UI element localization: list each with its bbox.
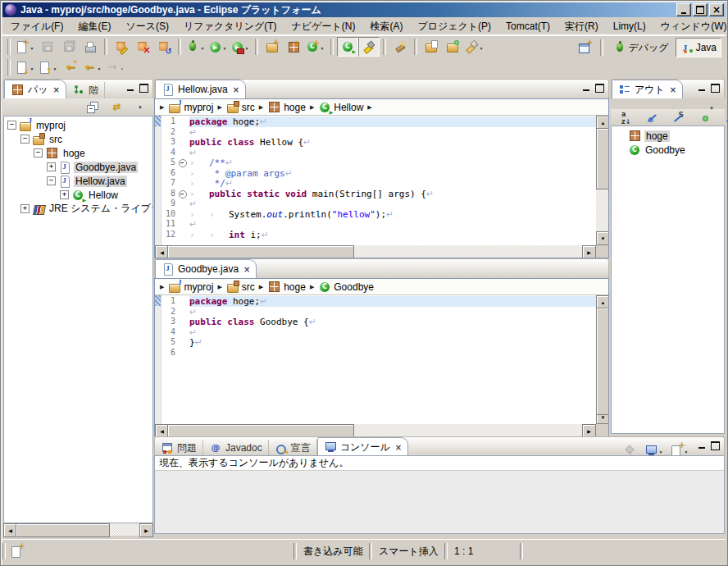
open-project-button[interactable]: [442, 37, 463, 57]
new-java-project-button[interactable]: [262, 37, 283, 57]
breadcrumb-arrow-icon[interactable]: ▶: [308, 284, 316, 290]
dropdown-arrow-icon[interactable]: [221, 41, 228, 52]
menu-リファクタリング(T)[interactable]: リファクタリング(T): [176, 18, 284, 35]
back-button[interactable]: [81, 57, 104, 77]
scrollbar-thumb[interactable]: [167, 424, 354, 436]
sort-button[interactable]: [616, 108, 637, 128]
dropdown-arrow-icon[interactable]: [657, 445, 664, 456]
title-bar[interactable]: Java - myproj/src/hoge/Goodbye.java - Ec…: [2, 2, 726, 17]
dropdown-arrow-icon[interactable]: [119, 62, 125, 73]
perspective-Java[interactable]: Java: [676, 38, 721, 57]
console-tab-問題[interactable]: 問題: [155, 440, 203, 456]
external-tools-button[interactable]: [230, 37, 252, 57]
tomcat-start-button[interactable]: [111, 37, 132, 57]
dropdown-arrow-icon[interactable]: [29, 41, 35, 52]
print-button[interactable]: [80, 37, 101, 57]
console-tab-コンソール[interactable]: コンソール×: [317, 437, 409, 456]
dropdown-arrow-icon[interactable]: [319, 41, 325, 52]
window-maximize-button[interactable]: [693, 3, 708, 16]
menu-Limy(L)[interactable]: Limy(L): [606, 19, 653, 34]
breadcrumb-arrow-icon[interactable]: ▶: [216, 284, 223, 290]
maximize-view-button[interactable]: [709, 83, 721, 94]
horizontal-scrollbar[interactable]: ◀▶: [155, 424, 596, 436]
menu-ソース(S)[interactable]: ソース(S): [118, 18, 176, 35]
tomcat-stop-button[interactable]: [132, 37, 153, 57]
explorer-item-hoge[interactable]: −hoge: [4, 146, 152, 160]
hide-local-button[interactable]: [721, 108, 728, 128]
expander-plus-icon[interactable]: +: [20, 204, 30, 213]
maximize-view-button[interactable]: [594, 83, 606, 94]
scrollbar-thumb[interactable]: [596, 308, 608, 415]
expander-minus-icon[interactable]: −: [34, 148, 43, 157]
dropdown-arrow-icon[interactable]: [52, 62, 58, 73]
explorer-tab-パッ[interactable]: パッ×: [4, 80, 66, 98]
open-file-button[interactable]: [421, 37, 442, 57]
forward-button[interactable]: [104, 57, 127, 77]
prev-annotation-button[interactable]: [37, 57, 60, 77]
explorer-item-JRE システム・ライブラリー[interactable]: +JRE システム・ライブラリー: [4, 202, 152, 216]
outline-item-hoge[interactable]: hoge: [612, 129, 724, 143]
menu-ナビゲート(N)[interactable]: ナビゲート(N): [284, 18, 363, 35]
code-area[interactable]: 1package hoge;↵2↵3public class Goodbye {…: [155, 295, 596, 424]
outline-tree[interactable]: hogeGoodbye: [611, 126, 725, 434]
breadcrumb-arrow-icon[interactable]: ▶: [257, 284, 265, 290]
console-tab-宣言[interactable]: 宣言: [269, 440, 317, 456]
vertical-scrollbar[interactable]: ▲▼: [596, 116, 608, 245]
editor-tab-Goodbye.java[interactable]: Goodbye.java×: [155, 259, 257, 278]
breadcrumb-hoge[interactable]: hoge: [267, 280, 306, 294]
explorer-tab-階[interactable]: 階: [66, 82, 105, 98]
explorer-item-Goodbye.java[interactable]: +Goodbye.java: [4, 160, 152, 174]
minimize-view-button[interactable]: [695, 83, 708, 94]
breadcrumb-arrow-icon[interactable]: ▶: [158, 284, 166, 290]
last-edit-button[interactable]: [60, 57, 81, 77]
scrollbar-thumb[interactable]: [167, 245, 354, 258]
minimize-view-button[interactable]: [695, 440, 708, 451]
window-close-button[interactable]: [709, 3, 724, 16]
explorer-item-src[interactable]: −src: [4, 132, 152, 146]
link-editor-button[interactable]: [106, 98, 127, 117]
scroll-down-button[interactable]: ▼: [596, 231, 608, 245]
expander-plus-icon[interactable]: +: [60, 190, 69, 199]
breadcrumb-arrow-icon[interactable]: ▶: [257, 104, 265, 111]
menu-編集(E)[interactable]: 編集(E): [71, 18, 118, 35]
expander-minus-icon[interactable]: −: [47, 176, 56, 185]
run-button[interactable]: [207, 37, 230, 57]
expander-minus-icon[interactable]: −: [20, 135, 30, 144]
explorer-tree[interactable]: −myproj−src−hoge+Goodbye.java−Hellow.jav…: [3, 116, 153, 523]
toggle-breadcrumb-button[interactable]: [337, 37, 358, 57]
collapse-all-button[interactable]: [82, 98, 103, 117]
explorer-item-Hellow[interactable]: +Hellow: [4, 188, 152, 202]
fold-collapse-icon[interactable]: [179, 159, 187, 167]
scroll-right-button[interactable]: ▶: [582, 245, 596, 258]
explorer-item-myproj[interactable]: −myproj: [4, 118, 152, 132]
new-package-button[interactable]: [283, 37, 304, 57]
dropdown-arrow-icon[interactable]: [96, 62, 102, 73]
tab-close-icon[interactable]: ×: [242, 265, 250, 274]
outline-item-Goodbye[interactable]: Goodbye: [612, 143, 724, 157]
format-brush-button[interactable]: [463, 37, 486, 57]
fast-view-button[interactable]: [6, 541, 27, 561]
fold-collapse-icon[interactable]: [179, 190, 187, 199]
hide-fields-button[interactable]: [642, 108, 663, 128]
save-all-button[interactable]: [58, 37, 80, 57]
scroll-right-button[interactable]: ▶: [582, 424, 596, 436]
debug-button[interactable]: [184, 37, 207, 57]
mark-occurrences-button[interactable]: [358, 37, 380, 57]
menu-プロジェクト(P)[interactable]: プロジェクト(P): [410, 18, 498, 35]
tab-close-icon[interactable]: ×: [231, 85, 239, 94]
dropdown-arrow-icon[interactable]: [478, 41, 485, 52]
menu-検索(A)[interactable]: 検索(A): [362, 18, 410, 35]
vertical-scrollbar[interactable]: ▲▼: [596, 295, 608, 424]
tomcat-restart-button[interactable]: [153, 37, 175, 57]
breadcrumb-Goodbye[interactable]: Goodbye: [318, 281, 374, 294]
minimize-view-button[interactable]: [124, 83, 136, 94]
horizontal-scrollbar[interactable]: ◀▶: [3, 523, 153, 536]
tab-close-icon[interactable]: ×: [668, 85, 676, 94]
dropdown-arrow-icon[interactable]: [199, 41, 206, 52]
maximize-view-button[interactable]: [709, 440, 721, 451]
breadcrumb-myproj[interactable]: myproj: [168, 281, 213, 294]
breadcrumb-arrow-icon[interactable]: ▶: [158, 104, 166, 111]
dropdown-arrow-icon[interactable]: [243, 41, 250, 52]
new-class-button[interactable]: [304, 37, 327, 57]
menu-実行(R)[interactable]: 実行(R): [557, 18, 606, 35]
